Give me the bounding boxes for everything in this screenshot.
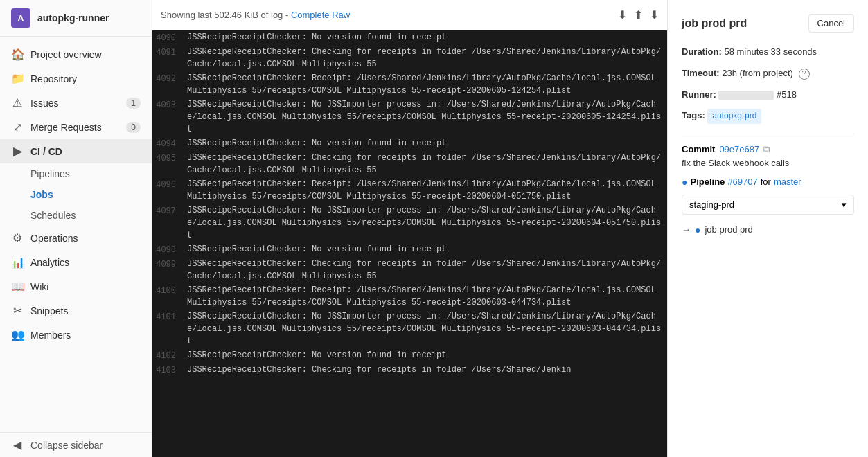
log-line-text: JSSRecipeReceiptChecker: No JSSImporter … — [187, 204, 667, 242]
log-line-text: JSSRecipeReceiptChecker: Receipt: /Users… — [187, 284, 667, 309]
download-icon[interactable]: ⬇ — [618, 8, 627, 21]
sidebar-item-label: Operations — [30, 233, 78, 244]
sidebar-subnav-cicd: Pipelines Jobs Schedules — [0, 163, 152, 226]
sidebar-item-analytics[interactable]: 📊 Analytics — [0, 250, 152, 274]
sidebar-item-project-overview[interactable]: 🏠 Project overview — [0, 42, 152, 66]
tag-badge: autopkg-prd — [707, 109, 761, 123]
tags-row: Tags: autopkg-prd — [682, 109, 854, 123]
log-line-text: JSSRecipeReceiptChecker: No JSSImporter … — [187, 310, 667, 348]
showing-text: Showing last 502.46 KiB of log - — [161, 10, 288, 20]
log-line-text: JSSRecipeReceiptChecker: No JSSImporter … — [187, 98, 667, 136]
sidebar-item-operations[interactable]: ⚙ Operations — [0, 226, 152, 250]
sidebar-item-pipelines[interactable]: Pipelines — [30, 163, 152, 184]
pipeline-branch-link[interactable]: master — [774, 177, 801, 187]
log-line-text: JSSRecipeReceiptChecker: Checking for re… — [187, 152, 667, 177]
right-panel: job prod prd Cancel Duration: 58 minutes… — [667, 0, 868, 457]
log-line-text: JSSRecipeReceiptChecker: No version foun… — [187, 31, 667, 44]
panel-title: job prod prd — [682, 17, 747, 30]
complete-raw-link[interactable]: Complete Raw — [291, 10, 350, 20]
log-line: 4103JSSRecipeReceiptChecker: Checking fo… — [152, 363, 667, 377]
sidebar-item-label: CI / CD — [30, 146, 62, 157]
members-icon: 👥 — [11, 328, 24, 341]
sidebar-nav: 🏠 Project overview 📁 Repository ⚠ Issues… — [0, 37, 152, 432]
scroll-down-icon[interactable]: ⬇ — [650, 8, 659, 21]
sidebar-item-jobs[interactable]: Jobs — [30, 184, 152, 205]
log-line: 4100JSSRecipeReceiptChecker: Receipt: /U… — [152, 283, 667, 310]
log-line-number: 4103 — [152, 364, 187, 377]
log-line-number: 4101 — [152, 310, 187, 323]
sidebar-item-label: Repository — [30, 73, 77, 84]
cancel-button[interactable]: Cancel — [808, 14, 854, 33]
log-line-number: 4092 — [152, 72, 187, 85]
issues-icon: ⚠ — [11, 96, 24, 109]
log-line-text: JSSRecipeReceiptChecker: Checking for re… — [187, 364, 667, 376]
sidebar-item-label: Merge Requests — [30, 122, 102, 133]
log-line-number: 4094 — [152, 137, 187, 150]
sidebar-item-merge-requests[interactable]: ⤢ Merge Requests 0 — [0, 115, 152, 139]
sidebar: A autopkg-runner 🏠 Project overview 📁 Re… — [0, 0, 152, 457]
duration-label: Duration: — [682, 46, 722, 57]
log-line: 4092JSSRecipeReceiptChecker: Receipt: /U… — [152, 71, 667, 98]
log-line: 4102JSSRecipeReceiptChecker: No version … — [152, 348, 667, 363]
pipeline-id-link[interactable]: #69707 — [727, 177, 757, 187]
job-link[interactable]: job prod prd — [705, 224, 752, 235]
sidebar-item-ci-cd[interactable]: ▶ CI / CD — [0, 139, 152, 163]
log-body: 4090JSSRecipeReceiptChecker: No version … — [152, 30, 667, 457]
log-line: 4098JSSRecipeReceiptChecker: No version … — [152, 242, 667, 257]
analytics-icon: 📊 — [11, 256, 24, 269]
runner-redacted — [718, 91, 774, 100]
log-line-number: 4098 — [152, 243, 187, 256]
scroll-up-icon[interactable]: ⬆ — [634, 8, 643, 21]
duration-value: 58 minutes 33 seconds — [724, 46, 817, 57]
sidebar-item-repository[interactable]: 📁 Repository — [0, 66, 152, 91]
merge-requests-badge: 0 — [126, 122, 141, 133]
sidebar-item-label: Wiki — [30, 281, 48, 292]
log-line: 4094JSSRecipeReceiptChecker: No version … — [152, 136, 667, 151]
home-icon: 🏠 — [11, 48, 24, 61]
main-content: Showing last 502.46 KiB of log - Complet… — [152, 0, 667, 457]
log-line-number: 4093 — [152, 98, 187, 111]
sidebar-item-snippets[interactable]: ✂ Snippets — [0, 298, 152, 323]
merge-icon: ⤢ — [11, 120, 24, 134]
timeout-row: Timeout: 23h (from project) ? — [682, 66, 854, 81]
timeout-value: 23h (from project) — [722, 68, 793, 78]
pipeline-for-text: for — [761, 177, 771, 187]
divider-1 — [682, 134, 854, 134]
log-line-number: 4099 — [152, 258, 187, 271]
sidebar-item-wiki[interactable]: 📖 Wiki — [0, 274, 152, 298]
log-line: 4096JSSRecipeReceiptChecker: Receipt: /U… — [152, 177, 667, 204]
commit-row: Commit 09e7e687 ⧉ — [682, 144, 854, 155]
commit-label: Commit — [682, 144, 715, 154]
sidebar-item-label: Project overview — [30, 49, 102, 60]
log-line-number: 4102 — [152, 349, 187, 362]
runner-row: Runner: #518 — [682, 88, 854, 102]
log-line: 4097JSSRecipeReceiptChecker: No JSSImpor… — [152, 204, 667, 242]
tags-label: Tags: — [682, 110, 705, 120]
sidebar-item-members[interactable]: 👥 Members — [0, 323, 152, 347]
issues-badge: 1 — [126, 98, 141, 109]
log-line-text: JSSRecipeReceiptChecker: Checking for re… — [187, 46, 667, 71]
job-link-row: → ● job prod prd — [682, 224, 854, 235]
branch-select[interactable]: staging-prd ▾ — [682, 195, 854, 215]
log-line: 4091JSSRecipeReceiptChecker: Checking fo… — [152, 45, 667, 71]
sidebar-header: A autopkg-runner — [0, 0, 152, 37]
branch-select-value: staging-prd — [689, 199, 734, 210]
commit-hash-link[interactable]: 09e7e687 — [719, 144, 759, 154]
log-line: 4099JSSRecipeReceiptChecker: Checking fo… — [152, 257, 667, 283]
collapse-sidebar[interactable]: ◀ Collapse sidebar — [0, 432, 152, 457]
collapse-sidebar-label: Collapse sidebar — [30, 440, 103, 451]
copy-icon[interactable]: ⧉ — [763, 144, 770, 155]
runner-label: Runner: — [682, 89, 716, 100]
timeout-help-icon[interactable]: ? — [799, 69, 810, 80]
sidebar-item-schedules[interactable]: Schedules — [30, 205, 152, 226]
log-line-text: JSSRecipeReceiptChecker: Receipt: /Users… — [187, 178, 667, 203]
avatar: A — [11, 8, 30, 28]
log-line-number: 4095 — [152, 152, 187, 165]
commit-message: fix the Slack webhook calls — [682, 158, 854, 168]
log-header: Showing last 502.46 KiB of log - Complet… — [152, 0, 667, 30]
panel-header: job prod prd Cancel — [682, 14, 854, 33]
sidebar-item-label: Analytics — [30, 257, 69, 268]
cicd-icon: ▶ — [11, 145, 24, 158]
sidebar-item-issues[interactable]: ⚠ Issues 1 — [0, 91, 152, 115]
collapse-icon: ◀ — [11, 438, 24, 451]
